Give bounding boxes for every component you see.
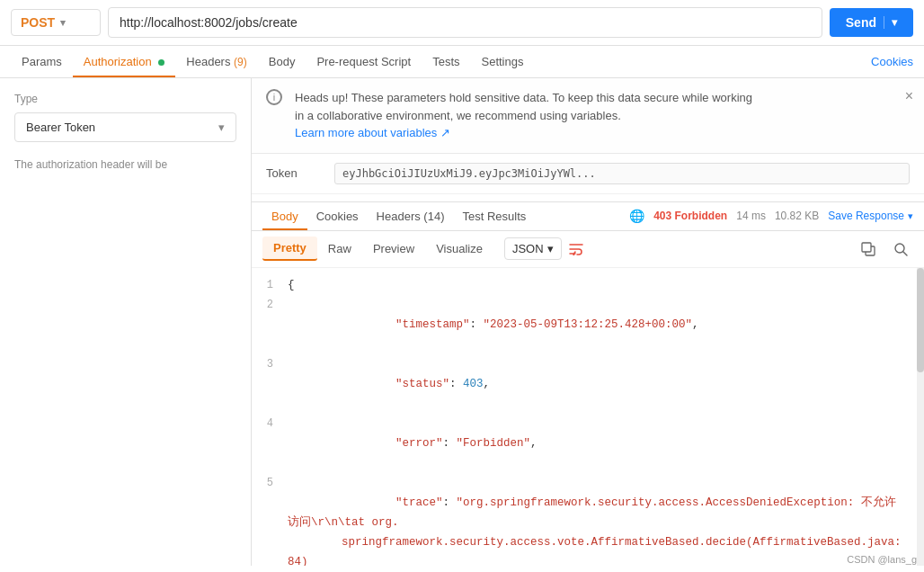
alert-box: i Heads up! These parameters hold sensit… [252,78,924,154]
response-tab-body[interactable]: Body [262,202,307,230]
method-chevron: ▾ [60,17,66,29]
save-response-chevron: ▾ [908,210,913,222]
tab-body-label: Body [269,55,296,68]
token-value: eyJhbGciOiJIUzUxMiJ9.eyJpc3MiOiJyYWl... [334,163,910,184]
auth-note: The authorization header will be [14,156,236,173]
send-button[interactable]: Send ▾ [830,8,913,37]
top-bar: POST ▾ Send ▾ [0,0,924,46]
auth-sidebar: Type Bearer Token ▾ The authorization he… [0,78,252,566]
code-lines: 1 { 2 "timestamp": "2023-05-09T13:12:25.… [252,268,924,567]
response-size: 10.82 KB [775,210,819,222]
response-tab-testresults[interactable]: Test Results [453,202,535,230]
alert-line2: in a collaborative environment, we recom… [295,109,621,122]
globe-icon: 🌐 [629,209,644,223]
response-status: 🌐 403 Forbidden 14 ms 10.82 KB Save Resp… [629,209,913,223]
type-chevron: ▾ [218,121,225,134]
status-code: 403 Forbidden [653,210,727,222]
line-num-3: 3 [252,354,288,414]
response-tab-headers-label: Headers (14) [377,210,445,223]
search-button[interactable] [888,237,913,262]
line-num-1: 1 [252,275,288,295]
close-icon[interactable]: × [905,89,913,103]
format-preview[interactable]: Preview [362,237,425,260]
format-pretty[interactable]: Pretty [262,237,317,261]
info-icon: i [266,89,282,105]
code-line-4: 4 "error": "Forbidden", [252,414,924,473]
type-select[interactable]: Bearer Token ▾ [14,112,236,142]
wrap-button[interactable] [569,243,587,255]
tab-headers-label: Headers [186,55,230,68]
tab-prerequest[interactable]: Pre-request Script [306,46,422,77]
watermark: CSDN @lans_g [847,554,917,565]
response-tab-cookies-label: Cookies [316,210,359,223]
code-line-1: 1 { [252,275,924,295]
response-tabs: Body Cookies Headers (14) Test Results 🌐… [252,202,924,231]
authorization-dot [158,59,164,66]
main-area: Type Bearer Token ▾ The authorization he… [0,78,924,566]
save-response-label: Save Response [828,210,904,222]
cookies-link[interactable]: Cookies [871,55,913,68]
tab-params-label: Params [22,55,62,68]
tab-headers[interactable]: Headers (9) [175,46,257,77]
line-num-2: 2 [252,295,288,354]
save-response-button[interactable]: Save Response ▾ [828,210,913,222]
alert-link[interactable]: Learn more about variables ↗ [295,126,450,139]
response-tab-cookies[interactable]: Cookies [307,202,368,230]
type-value: Bearer Token [26,121,95,134]
code-line-5: 5 "trace": "org.springframework.security… [252,473,924,567]
lang-chevron: ▾ [547,242,554,255]
code-line-3: 3 "status": 403, [252,354,924,414]
tab-authorization[interactable]: Authorization [73,46,176,77]
response-tab-headers[interactable]: Headers (14) [368,202,454,230]
tab-tests-label: Tests [432,55,459,68]
lang-label: JSON [512,242,544,255]
line-content-2: "timestamp": "2023-05-09T13:12:25.428+00… [288,295,924,354]
resize-handle[interactable] [247,78,251,566]
tab-settings-label: Settings [482,55,524,68]
tab-tests[interactable]: Tests [422,46,470,77]
line-num-5: 5 [252,473,288,493]
toolbar-right [856,237,913,262]
line-content-4: "error": "Forbidden", [288,414,924,473]
lang-select[interactable]: JSON ▾ [504,237,562,260]
scrollbar-track [917,268,924,567]
right-content: i Heads up! These parameters hold sensit… [252,78,924,566]
response-tab-testresults-label: Test Results [462,210,526,223]
type-label: Type [14,93,236,105]
method-select[interactable]: POST ▾ [11,9,101,36]
tab-body[interactable]: Body [258,46,307,77]
send-chevron: ▾ [884,16,897,29]
line-content-5: "trace": "org.springframework.security.a… [288,473,924,567]
line-content-3: "status": 403, [288,354,924,414]
response-time: 14 ms [736,210,766,222]
format-raw[interactable]: Raw [317,237,362,260]
svg-point-2 [895,244,904,253]
alert-text: Heads up! These parameters hold sensitiv… [295,89,910,142]
svg-line-3 [903,252,907,255]
svg-rect-1 [862,243,871,252]
scrollbar-thumb[interactable] [917,268,924,372]
tab-authorization-label: Authorization [84,55,152,68]
code-area[interactable]: 1 { 2 "timestamp": "2023-05-09T13:12:25.… [252,268,924,567]
response-tab-body-label: Body [271,210,298,223]
token-row: Token eyJhbGciOiJIUzUxMiJ9.eyJpc3MiOiJyY… [252,154,924,194]
tab-settings[interactable]: Settings [471,46,535,77]
copy-button[interactable] [856,237,881,262]
line-content-1: { [288,275,924,295]
nav-tabs: Params Authorization Headers (9) Body Pr… [0,46,924,78]
token-label: Token [266,166,320,180]
send-label: Send [846,15,876,30]
line-num-4: 4 [252,414,288,473]
response-toolbar: Pretty Raw Preview Visualize JSON ▾ [252,231,924,268]
code-line-2: 2 "timestamp": "2023-05-09T13:12:25.428+… [252,295,924,354]
tab-params[interactable]: Params [11,46,73,77]
alert-line1: Heads up! These parameters hold sensitiv… [295,91,752,104]
method-label: POST [21,15,55,30]
url-input[interactable] [108,7,822,38]
headers-badge: (9) [234,56,247,68]
tab-prerequest-label: Pre-request Script [316,55,411,68]
format-visualize[interactable]: Visualize [425,237,493,260]
